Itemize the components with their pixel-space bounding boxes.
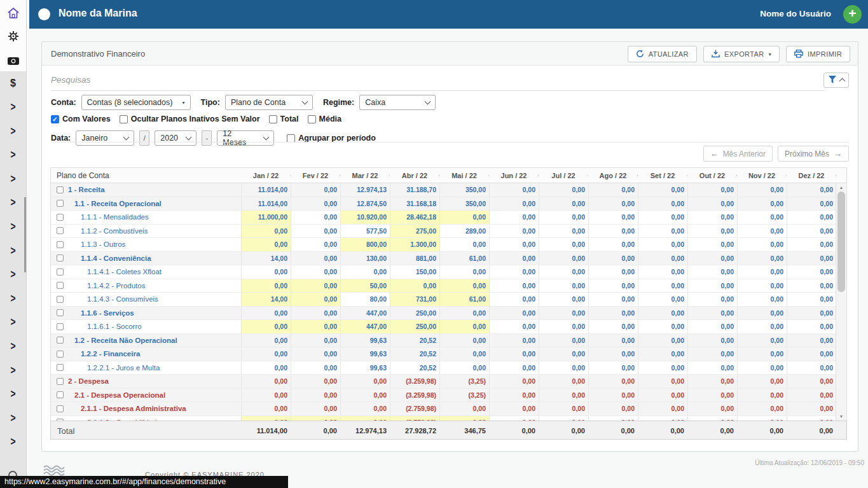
column-header-month[interactable]: Jul / 22: [539, 172, 588, 179]
gear-icon[interactable]: [0, 31, 26, 44]
account-label[interactable]: 1.2 - Receita Não Operacional: [68, 337, 177, 344]
column-header-month[interactable]: Ago / 22: [588, 172, 638, 179]
table-row[interactable]: 1.2 - Receita Não Operacional0,000,0099,…: [51, 334, 846, 348]
table-row[interactable]: 1.1.4.3 - Consumíveis14,000,0080,00731,0…: [51, 293, 846, 307]
sidebar-expand-chevron-icon[interactable]: >: [0, 148, 28, 162]
table-row[interactable]: 1.1.2 - Combustíveis0,000,00577,50275,00…: [51, 225, 846, 239]
filter-checkbox[interactable]: Total: [269, 115, 299, 123]
account-label[interactable]: 2.1.1.2 - Contabilidade: [68, 419, 161, 421]
checkbox-icon[interactable]: [287, 134, 295, 143]
account-label[interactable]: 1.1.2 - Combustíveis: [68, 227, 148, 235]
table-row[interactable]: 1.1.3 - Outros0,000,00800,001.300,000,00…: [51, 238, 846, 252]
column-header-month[interactable]: Fev / 22: [291, 172, 340, 179]
sidebar-expand-chevron-icon[interactable]: >: [0, 340, 28, 353]
row-checkbox[interactable]: [57, 391, 64, 398]
column-header-month[interactable]: Mar / 22: [340, 172, 390, 179]
checkbox-icon[interactable]: [120, 115, 128, 123]
sidebar-expand-chevron-icon[interactable]: >: [0, 435, 28, 449]
checkbox-icon[interactable]: [269, 115, 277, 123]
user-name[interactable]: Nome do Usuário: [760, 9, 831, 18]
table-row[interactable]: 1.1.4.2 - Produtos0,000,0050,000,000,000…: [51, 279, 846, 293]
sidebar-expand-chevron-icon[interactable]: >: [0, 316, 28, 329]
column-header-month[interactable]: Jun / 22: [489, 172, 539, 179]
column-header-month[interactable]: Mai / 22: [439, 172, 489, 179]
account-label[interactable]: 2.1 - Despesa Operacional: [68, 391, 165, 399]
agrupar-checkbox[interactable]: Agrupar por período: [287, 134, 376, 143]
proximo-mes-button[interactable]: Próximo Mês →: [778, 146, 849, 162]
account-label[interactable]: 1.1.4.3 - Consumíveis: [68, 295, 158, 303]
row-checkbox[interactable]: [57, 241, 64, 248]
checkbox-icon[interactable]: [308, 115, 316, 123]
table-row[interactable]: 2.1.1.2 - Contabilidade0,000,000,00(2.75…: [51, 416, 846, 421]
account-label[interactable]: 1.2.2.1 - Juros e Multa: [68, 364, 160, 372]
table-vertical-scrollbar[interactable]: ▲ ▼: [836, 183, 846, 421]
column-header-month[interactable]: Dez / 22: [787, 172, 836, 179]
row-checkbox[interactable]: [57, 296, 64, 303]
mes-anterior-button[interactable]: ← Mês Anterior: [703, 146, 773, 162]
row-checkbox[interactable]: [57, 337, 64, 344]
column-header-month[interactable]: Abr / 22: [390, 172, 439, 179]
sidebar-scrollbar[interactable]: [24, 197, 26, 272]
money-icon[interactable]: [0, 56, 26, 67]
column-header-month[interactable]: Out / 22: [687, 172, 737, 179]
checkbox-icon[interactable]: ✓: [51, 115, 59, 123]
account-label[interactable]: 1.1.4 - Conveniência: [68, 254, 151, 262]
table-row[interactable]: 2.1.1 - Despesa Administrativa0,000,000,…: [51, 402, 846, 416]
tipo-select[interactable]: Plano de Conta: [225, 95, 313, 110]
table-row[interactable]: 1.1.6.1 - Socorro0,000,00447,00250,000,0…: [51, 320, 846, 334]
row-checkbox[interactable]: [57, 351, 64, 358]
sidebar-expand-chevron-icon[interactable]: >: [0, 411, 28, 424]
dollar-icon[interactable]: $: [0, 78, 26, 89]
account-label[interactable]: 1.1.4.1 - Coletes Xfloat: [68, 268, 162, 275]
filter-toggle-button[interactable]: [823, 73, 849, 88]
column-header-month[interactable]: Jan / 22: [241, 172, 291, 179]
sidebar-expand-chevron-icon[interactable]: >: [0, 387, 28, 401]
row-checkbox[interactable]: [57, 323, 64, 330]
sidebar-expand-chevron-icon[interactable]: >: [0, 101, 28, 114]
account-label[interactable]: 1.1.1 - Mensalidades: [68, 213, 149, 221]
home-icon[interactable]: [0, 8, 26, 21]
account-label[interactable]: 1 - Receita: [68, 186, 105, 193]
account-label[interactable]: 1.1 - Receita Operacional: [68, 200, 162, 207]
scrollbar-thumb[interactable]: [837, 192, 845, 292]
atualizar-button[interactable]: ATUALIZAR: [628, 46, 697, 62]
imprimir-button[interactable]: IMPRIMIR: [786, 46, 850, 62]
account-label[interactable]: 1.1.6.1 - Socorro: [68, 323, 142, 330]
table-row[interactable]: 1.1.1 - Mensalidades11.000,000,0010.920,…: [51, 211, 846, 225]
row-checkbox[interactable]: [57, 282, 64, 289]
column-header-month[interactable]: Set / 22: [638, 172, 687, 179]
table-row[interactable]: 1.1.4 - Conveniência14,000,00130,00881,0…: [51, 252, 846, 266]
account-label[interactable]: 2.1.1 - Despesa Administrativa: [68, 405, 186, 412]
row-checkbox[interactable]: [57, 405, 64, 412]
year-select[interactable]: 2020: [155, 130, 196, 146]
filter-checkbox[interactable]: Ocultar Planos Inativos Sem Valor: [120, 115, 260, 123]
table-row[interactable]: 1.1 - Receita Operacional11.014,000,0012…: [51, 197, 846, 211]
sidebar-expand-chevron-icon[interactable]: >: [0, 172, 28, 185]
table-row[interactable]: 1.1.6 - Serviços0,000,00447,00250,000,00…: [51, 307, 846, 321]
row-checkbox[interactable]: [57, 254, 64, 261]
exportar-button[interactable]: EXPORTAR ▾: [703, 46, 780, 62]
sidebar-expand-chevron-icon[interactable]: >: [0, 291, 28, 305]
account-label[interactable]: 2 - Despesa: [68, 377, 109, 385]
table-row[interactable]: 1.1.4.1 - Coletes Xfloat0,000,000,00150,…: [51, 265, 846, 279]
account-label[interactable]: 1.1.3 - Outros: [68, 241, 125, 248]
row-checkbox[interactable]: [57, 268, 64, 275]
column-header-month[interactable]: Nov / 22: [737, 172, 787, 179]
sidebar-expand-chevron-icon[interactable]: >: [0, 124, 28, 137]
table-row[interactable]: 1 - Receita11.014,000,0012.974,1331.188,…: [51, 183, 846, 197]
row-checkbox[interactable]: [57, 309, 64, 316]
row-checkbox[interactable]: [57, 419, 64, 421]
row-checkbox[interactable]: [57, 378, 64, 385]
account-label[interactable]: 1.2.2 - Financeira: [68, 350, 140, 358]
row-checkbox[interactable]: [57, 186, 64, 193]
table-row[interactable]: 2 - Despesa0,000,000,00(3.259,98)(3,25)0…: [51, 375, 846, 389]
table-row[interactable]: 1.2.2 - Financeira0,000,0099,6320,520,00…: [51, 347, 846, 361]
range-select[interactable]: 12 Meses: [217, 130, 274, 146]
filter-checkbox[interactable]: Média: [308, 115, 341, 123]
month-select[interactable]: Janeiro: [76, 130, 134, 146]
conta-multiselect[interactable]: Contas (8 selecionados) ▾: [81, 95, 191, 110]
regime-select[interactable]: Caixa: [359, 95, 436, 110]
scroll-up-icon[interactable]: ▲: [836, 185, 846, 190]
account-label[interactable]: 1.1.4.2 - Produtos: [68, 282, 145, 289]
filter-checkbox[interactable]: ✓Com Valores: [51, 115, 111, 123]
